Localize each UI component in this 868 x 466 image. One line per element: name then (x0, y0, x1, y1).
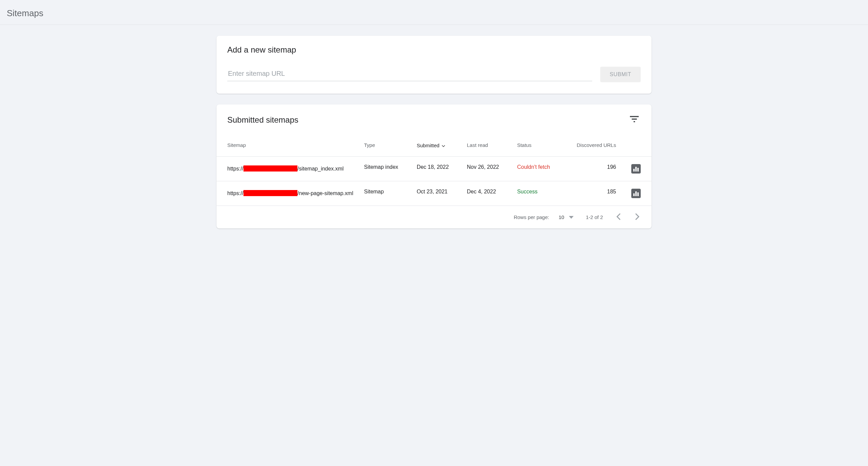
col-submitted[interactable]: Submitted (411, 136, 462, 157)
add-sitemap-card: Add a new sitemap SUBMIT (216, 36, 652, 94)
cell-sitemap: https:///new-page-sitemap.xml (216, 181, 358, 206)
col-discovered[interactable]: Discovered URLs (563, 136, 621, 157)
pagination-range: 1-2 of 2 (586, 214, 603, 220)
url-prefix: https:// (227, 166, 243, 172)
filter-icon (630, 116, 639, 123)
col-sitemap[interactable]: Sitemap (216, 136, 358, 157)
url-suffix: /new-page-sitemap.xml (297, 190, 353, 196)
svg-rect-0 (630, 116, 639, 117)
rows-per-page-label: Rows per page: (514, 214, 549, 220)
col-submitted-label: Submitted (417, 143, 440, 148)
url-suffix: /sitemap_index.xml (297, 166, 344, 172)
url-prefix: https:// (227, 190, 243, 196)
col-status[interactable]: Status (512, 136, 562, 157)
chevron-left-icon (616, 213, 620, 220)
bar-chart-icon (633, 169, 635, 172)
svg-rect-1 (632, 119, 637, 120)
col-actions (621, 136, 652, 157)
cell-status: Couldn't fetch (512, 157, 562, 181)
next-page-button[interactable] (634, 212, 641, 222)
list-header: Submitted sitemaps (216, 104, 652, 136)
svg-rect-2 (634, 121, 635, 122)
redacted-domain (243, 165, 297, 172)
rows-per-page-value: 10 (558, 214, 564, 220)
redacted-domain (243, 190, 297, 196)
chevron-right-icon (635, 213, 639, 220)
cell-submitted: Oct 23, 2021 (411, 181, 462, 206)
view-details-button[interactable] (631, 164, 641, 174)
cell-submitted: Dec 18, 2022 (411, 157, 462, 181)
col-last-read[interactable]: Last read (462, 136, 512, 157)
cell-type: Sitemap (358, 181, 411, 206)
cell-last-read: Nov 26, 2022 (462, 157, 512, 181)
page-header: Sitemaps (0, 0, 868, 25)
page-title: Sitemaps (7, 8, 861, 19)
cell-actions (621, 181, 652, 206)
sitemaps-table: Sitemap Type Submitted Last read Status … (216, 136, 652, 206)
view-details-button[interactable] (631, 189, 641, 198)
cell-actions (621, 157, 652, 181)
table-row[interactable]: https:///new-page-sitemap.xml Sitemap Oc… (216, 181, 652, 206)
rows-per-page-select[interactable]: 10 (558, 214, 574, 220)
arrow-down-icon (441, 143, 446, 149)
cell-type: Sitemap index (358, 157, 411, 181)
submitted-sitemaps-title: Submitted sitemaps (227, 115, 298, 125)
add-sitemap-row: SUBMIT (227, 67, 641, 82)
cell-last-read: Dec 4, 2022 (462, 181, 512, 206)
chevron-down-icon (569, 216, 574, 219)
cell-discovered: 196 (563, 157, 621, 181)
cell-status: Success (512, 181, 562, 206)
submitted-sitemaps-card: Submitted sitemaps Sitemap Type Submitte… (216, 104, 652, 228)
filter-button[interactable] (628, 114, 641, 126)
submit-button[interactable]: SUBMIT (600, 67, 641, 82)
table-footer: Rows per page: 10 1-2 of 2 (216, 206, 652, 228)
cell-sitemap: https:///sitemap_index.xml (216, 157, 358, 181)
col-type[interactable]: Type (358, 136, 411, 157)
add-sitemap-title: Add a new sitemap (227, 45, 641, 55)
sitemap-url-input[interactable] (227, 68, 592, 81)
content-area: Add a new sitemap SUBMIT Submitted sitem… (216, 25, 652, 259)
table-row[interactable]: https:///sitemap_index.xml Sitemap index… (216, 157, 652, 181)
cell-discovered: 185 (563, 181, 621, 206)
prev-page-button[interactable] (615, 212, 622, 222)
rows-per-page-group: Rows per page: 10 (514, 214, 574, 220)
bar-chart-icon (633, 193, 635, 196)
